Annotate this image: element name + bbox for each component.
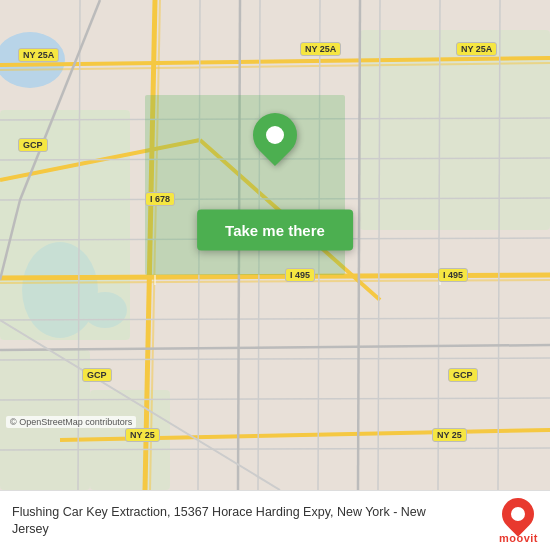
bottom-bar: Flushing Car Key Extraction, 15367 Horac… [0, 490, 550, 550]
road-label-i495-1: I 495 [285, 268, 315, 282]
road-label-i678: I 678 [145, 192, 175, 206]
pin-inner [262, 122, 287, 147]
road-label-gcp-1: GCP [18, 138, 48, 152]
map-container: Take me there NY 25A NY 25A NY 25A I 678… [0, 0, 550, 490]
pin-outer [244, 104, 306, 166]
attribution-text: © OpenStreetMap contributors [10, 417, 132, 427]
take-me-there-button[interactable]: Take me there [197, 210, 353, 251]
road-label-ny25a-3: NY 25A [456, 42, 497, 56]
map-pin [253, 113, 297, 157]
road-label-ny25a-1: NY 25A [18, 48, 59, 62]
road-label-ny25-2: NY 25 [432, 428, 467, 442]
road-label-i495-2: I 495 [438, 268, 468, 282]
moovit-logo: moovit [499, 498, 538, 544]
road-label-ny25a-2: NY 25A [300, 42, 341, 56]
road-label-gcp-2: GCP [82, 368, 112, 382]
map-attribution: © OpenStreetMap contributors [6, 416, 136, 428]
location-description: Flushing Car Key Extraction, 15367 Horac… [12, 504, 432, 538]
road-label-ny25-1: NY 25 [125, 428, 160, 442]
moovit-icon [496, 491, 541, 536]
road-label-gcp-3: GCP [448, 368, 478, 382]
